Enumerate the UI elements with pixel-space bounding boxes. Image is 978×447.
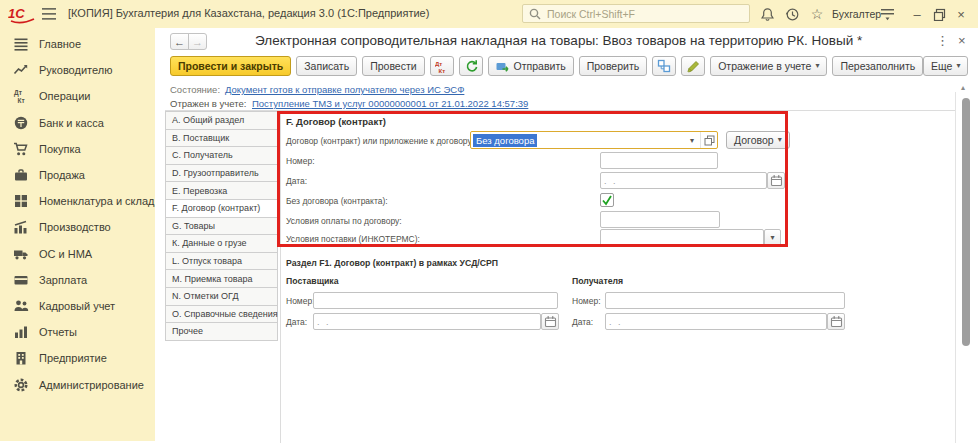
more-button[interactable]: Еще▾ — [923, 56, 968, 76]
tab-postavshchik[interactable]: В. Поставщик — [165, 129, 278, 148]
tab-dogovor-kontrakt[interactable]: F. Договор (контракт) — [165, 199, 278, 218]
post-and-close-button[interactable]: Провести и закрыть — [170, 56, 291, 76]
open-icon[interactable] — [700, 132, 717, 148]
sidebar-item-rukovoditelyu[interactable]: Руководителю — [0, 57, 155, 83]
sidebar-item-operacii[interactable]: ДтКт Операции — [0, 83, 155, 109]
no-contract-checkbox[interactable] — [600, 193, 614, 207]
supplier-date-calendar-button[interactable] — [541, 313, 559, 330]
receiver-date-label: Дата: — [572, 317, 593, 327]
document-close-button[interactable]: × — [958, 33, 966, 48]
close-window-button[interactable]: × — [952, 5, 970, 23]
svg-text:Кт: Кт — [18, 97, 25, 104]
pencil-icon — [686, 59, 700, 73]
notifications-bell-icon[interactable] — [758, 5, 776, 23]
receiver-date-calendar-button[interactable] — [827, 313, 845, 330]
sidebar-item-pokupka[interactable]: Покупка — [0, 136, 155, 162]
sections-sidebar: Главное Руководителю ДтКт Операции Банк … — [0, 28, 155, 441]
incoterms-input[interactable] — [600, 229, 764, 246]
receiver-date-input[interactable]: . . — [605, 313, 827, 330]
incoterms-dropdown-button[interactable]: ▾ — [764, 229, 781, 246]
titlebar: 1С [КОПИЯ] Бухгалтерия для Казахстана, р… — [0, 0, 978, 28]
scroll-up-arrow[interactable]: ▴ — [961, 83, 965, 92]
structure-button[interactable] — [652, 56, 676, 76]
sidebar-item-kadrovyj-uchet[interactable]: Кадровый учет — [0, 293, 155, 319]
sidebar-item-proizvodstvo[interactable]: Производство — [0, 214, 155, 240]
main-menu-icon[interactable] — [42, 8, 57, 20]
no-contract-label: Без договора (контракта): — [286, 196, 388, 206]
svg-text:Кт: Кт — [438, 68, 445, 74]
refresh-button[interactable] — [459, 56, 483, 76]
sidebar-item-predpriyatie[interactable]: Предприятие — [0, 345, 155, 371]
global-search[interactable] — [522, 4, 750, 23]
trend-icon — [13, 62, 29, 78]
tab-tovary[interactable]: G. Товары — [165, 217, 278, 236]
tab-priemka-tovara[interactable]: М. Приемка товара — [165, 269, 278, 288]
production-icon — [13, 219, 29, 235]
minimize-button[interactable]: – — [908, 5, 926, 23]
date-input[interactable]: . . — [600, 172, 767, 189]
section-f1-title: Раздел F1. Договор (контракт) в рамках У… — [286, 258, 498, 268]
edit-pencil-button[interactable] — [681, 56, 705, 76]
sidebar-item-otchety[interactable]: Отчеты — [0, 319, 155, 345]
supplier-number-input[interactable] — [313, 292, 558, 309]
post-button[interactable]: Провести — [362, 56, 424, 76]
supplier-number-label: Номер: — [286, 296, 315, 306]
tab-gruzootpravitel[interactable]: D. Грузоотправитель — [165, 164, 278, 183]
divider — [955, 92, 956, 443]
search-input[interactable] — [545, 7, 729, 21]
reflected-label: Отражен в учете: — [170, 98, 246, 109]
contract-menu-button[interactable]: Договор▾ — [726, 131, 790, 149]
tab-otpusk-tovara[interactable]: L. Отпуск товара — [165, 252, 278, 271]
reflected-link[interactable]: Поступление ТМЗ и услуг 00000000001 от 2… — [252, 98, 528, 109]
briefcase-icon — [13, 167, 29, 183]
gear-icon — [13, 377, 29, 393]
sidebar-item-nomenklatura[interactable]: Номенклатура и склад — [0, 188, 155, 214]
history-icon[interactable] — [783, 5, 801, 23]
chevron-down-icon: ▾ — [778, 136, 782, 144]
chevron-down-icon[interactable]: ▾ — [684, 132, 700, 148]
tab-otmetki-ogd[interactable]: N. Отметки ОГД — [165, 287, 278, 306]
document-menu-dots[interactable]: ⋮ — [936, 33, 949, 48]
document-toolbar: Провести и закрыть Записать Провести ДтК… — [170, 56, 952, 76]
refill-button[interactable]: Перезаполнить — [832, 56, 923, 76]
number-input[interactable] — [600, 152, 718, 169]
forward-button[interactable]: → — [188, 33, 207, 50]
write-button[interactable]: Записать — [296, 56, 357, 76]
date-calendar-button[interactable] — [767, 172, 785, 189]
state-label: Состояние: — [170, 84, 220, 95]
tab-spravochnye-svedeniya[interactable]: О. Справочные сведения — [165, 305, 278, 324]
contract-input[interactable]: Без договора ▾ — [470, 131, 718, 149]
contract-label: Договор (контракт) или приложение к дого… — [286, 136, 474, 146]
sidebar-item-zarplata[interactable]: Зарплата — [0, 267, 155, 293]
state-link[interactable]: Документ готов к отправке получателю чер… — [225, 84, 464, 95]
supplier-date-input[interactable]: . . — [313, 313, 541, 330]
tab-poluchatel[interactable]: С. Получатель — [165, 146, 278, 165]
sidebar-item-bank-i-kassa[interactable]: Банк и касса — [0, 110, 155, 136]
payment-terms-input[interactable] — [600, 211, 720, 228]
dtkt-icon: ДтКт — [13, 88, 29, 104]
service-menu-icon[interactable] — [878, 5, 896, 23]
svg-text:Дт: Дт — [14, 89, 22, 97]
vertical-scrollbar-thumb[interactable] — [962, 98, 970, 346]
incoterms-label: Условия поставки (ИНКОТЕРМС): — [286, 234, 420, 244]
tab-perevozka[interactable]: Е. Перевозка — [165, 181, 278, 200]
calendar-icon — [544, 315, 557, 328]
tab-dannye-o-gruze[interactable]: К. Данные о грузе — [165, 234, 278, 253]
sidebar-item-prodazha[interactable]: Продажа — [0, 162, 155, 188]
sidebar-item-glavnoe[interactable]: Главное — [0, 31, 155, 57]
check-button[interactable]: Проверить — [579, 56, 648, 76]
user-menu[interactable]: Бухгалтер — [832, 8, 881, 20]
favorites-star-icon[interactable]: ☆ — [808, 5, 826, 23]
restore-window-button[interactable] — [930, 5, 948, 23]
tab-prochee[interactable]: Прочее — [165, 322, 278, 341]
section-tabs: А. Общий раздел В. Поставщик С. Получате… — [165, 112, 278, 341]
sidebar-item-os-i-nma[interactable]: ОС и НМА — [0, 241, 155, 267]
back-button[interactable]: ← — [170, 33, 189, 50]
sidebar-item-administrirovanie[interactable]: Администрирование — [0, 371, 155, 397]
send-button[interactable]: Отправить — [488, 56, 574, 76]
dtkt-postings-button[interactable]: ДтКт — [430, 56, 454, 76]
date-label: Дата: — [286, 176, 307, 186]
receiver-number-input[interactable] — [605, 292, 845, 309]
tab-obshchij-razdel[interactable]: А. Общий раздел — [165, 111, 278, 130]
reflection-in-accounting-button[interactable]: Отражение в учете▾ — [710, 56, 827, 76]
